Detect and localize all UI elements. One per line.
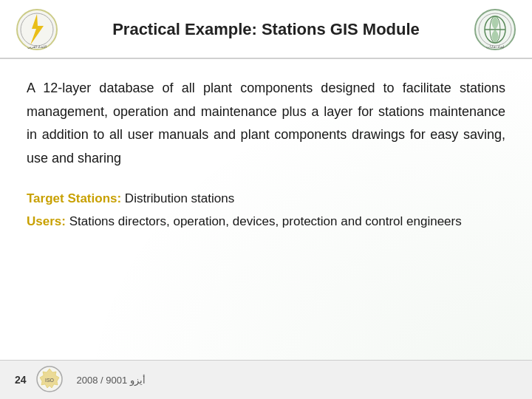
logo-right: اتحاد نقابات	[473, 7, 517, 52]
users-label: Users:	[27, 214, 66, 228]
footer-bar: 24 ISO 2008 / 9001 أيزو	[0, 360, 532, 399]
target-stations-line: Target Stations: Distribution stations	[27, 188, 505, 211]
slide-title: Practical Example: Stations GIS Module	[71, 20, 461, 39]
content-area: A 12-layer database of all plant compone…	[0, 59, 532, 245]
svg-text:اتحاد نقابات: اتحاد نقابات	[486, 45, 504, 49]
target-value: Distribution stations	[121, 191, 234, 205]
header-bar: الاتحاد العربي Practical Example: Statio…	[0, 0, 532, 59]
footer-logo: ISO	[35, 365, 65, 395]
logo-left: الاتحاد العربي	[15, 7, 59, 52]
page-number: 24	[15, 374, 27, 386]
main-paragraph: A 12-layer database of all plant compone…	[27, 77, 505, 170]
target-label: Target Stations:	[27, 191, 121, 205]
users-value: Stations directors, operation, devices, …	[66, 214, 462, 228]
users-line: Users: Stations directors, operation, de…	[27, 211, 505, 233]
svg-text:الاتحاد العربي: الاتحاد العربي	[27, 44, 47, 50]
svg-text:ISO: ISO	[45, 378, 55, 383]
target-section: Target Stations: Distribution stations U…	[27, 188, 505, 233]
slide-container: الاتحاد العربي Practical Example: Statio…	[0, 0, 532, 399]
footer-cert-text: 2008 / 9001 أيزو	[77, 375, 146, 386]
